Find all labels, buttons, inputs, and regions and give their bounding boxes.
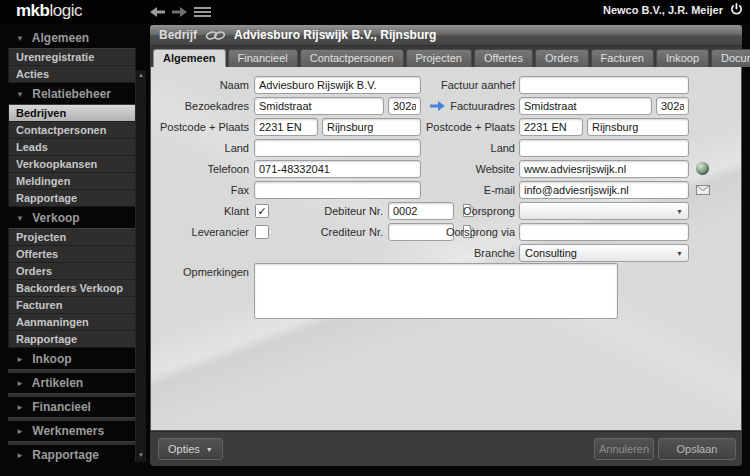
sidebar-item-backorders-verkoop[interactable]: Backorders Verkoop xyxy=(9,279,135,296)
topbar-nav-icons xyxy=(150,5,211,19)
tab-offertes[interactable]: Offertes xyxy=(474,49,533,67)
sidebar-item-verkoopkansen[interactable]: Verkoopkansen xyxy=(9,155,135,172)
power-logout-icon[interactable] xyxy=(730,3,743,16)
form-row-adres: Bezoekadres Factuuradres xyxy=(151,97,741,115)
sidebar-section-inkoop[interactable]: ► Inkoop xyxy=(16,351,146,367)
sidebar-item-rapportage-relatiebeheer[interactable]: Rapportage xyxy=(9,189,135,206)
sidebar-section-verkoop[interactable]: ▼ Verkoop xyxy=(16,210,146,226)
opties-button[interactable]: Opties ▼ xyxy=(158,438,223,460)
naam-label: Naam xyxy=(153,79,249,91)
menu-hamburger-icon[interactable] xyxy=(194,5,211,19)
factuuradres-nummer-input[interactable] xyxy=(656,97,689,115)
land-input[interactable] xyxy=(254,139,421,157)
tab-financieel[interactable]: Financieel xyxy=(228,49,298,67)
form-row-opmerkingen: Opmerkingen xyxy=(151,263,741,319)
factuur-land-input[interactable] xyxy=(519,139,689,157)
collapsed-triangle-icon: ► xyxy=(16,427,24,436)
dropdown-arrow-icon: ▼ xyxy=(206,446,213,453)
email-input[interactable] xyxy=(519,181,689,199)
leverancier-checkbox[interactable] xyxy=(255,225,269,239)
tab-contactpersonen[interactable]: Contactpersonen xyxy=(300,49,404,67)
plaats-input[interactable] xyxy=(322,118,421,136)
expanded-triangle-icon: ▼ xyxy=(16,214,24,223)
opmerkingen-label: Opmerkingen xyxy=(153,266,249,278)
collapsed-group-bar xyxy=(8,369,136,373)
sidebar-section-financieel[interactable]: ► Financieel xyxy=(16,399,146,415)
telefoon-input[interactable] xyxy=(254,160,421,178)
tab-facturen[interactable]: Facturen xyxy=(591,49,654,67)
bezoekadres-straat-input[interactable] xyxy=(254,97,384,115)
current-user-label: Newco B.V., J.R. Meijer xyxy=(603,4,723,16)
scroll-up-icon[interactable]: ▲ xyxy=(137,72,145,78)
postcode-input[interactable] xyxy=(254,118,318,136)
logo-bold-part: mkb xyxy=(16,1,49,20)
sidebar-group-relatiebeheer: Bedrijven Contactpersonen Leads Verkoopk… xyxy=(8,104,136,207)
annuleren-button[interactable]: Annuleren xyxy=(594,438,654,460)
website-label: Website xyxy=(419,163,515,175)
bezoekadres-nummer-input[interactable] xyxy=(388,97,421,115)
form-row-postcode: Postcode + Plaats Postcode + Plaats xyxy=(151,118,741,136)
factuur-postcode-input[interactable] xyxy=(519,118,583,136)
tab-algemeen[interactable]: Algemeen xyxy=(153,49,226,67)
sidebar-item-rapportage-verkoop[interactable]: Rapportage xyxy=(9,330,135,347)
sidebar-scrollbar[interactable]: ▲ ▼ xyxy=(135,70,146,462)
fax-input[interactable] xyxy=(254,181,421,199)
tab-inkoop[interactable]: Inkoop xyxy=(656,49,709,67)
opslaan-button[interactable]: Opslaan xyxy=(658,438,736,460)
tab-documenten[interactable]: Documenten xyxy=(711,49,750,67)
factuuradres-label: Factuuradres xyxy=(419,100,515,112)
sidebar-item-aanmaningen[interactable]: Aanmaningen xyxy=(9,313,135,330)
oorsprong-via-input[interactable] xyxy=(519,223,689,241)
factuuradres-straat-input[interactable] xyxy=(519,97,652,115)
sidebar-item-offertes[interactable]: Offertes xyxy=(9,245,135,262)
section-label: Financieel xyxy=(32,400,91,414)
factuur-plaats-input[interactable] xyxy=(587,118,689,136)
form-row-telefoon-website: Telefoon Website xyxy=(151,160,741,178)
sidebar-item-urenregistratie[interactable]: Urenregistratie xyxy=(9,49,135,65)
sidebar-item-bedrijven[interactable]: Bedrijven xyxy=(9,105,135,121)
sidebar-section-werknemers[interactable]: ► Werknemers xyxy=(16,423,146,439)
sidebar-section-rapportage[interactable]: ► Rapportage xyxy=(16,447,146,462)
globe-icon[interactable] xyxy=(696,162,709,175)
section-label: Algemeen xyxy=(32,31,89,45)
topbar: mkblogic Newco B.V., J.R. Meijer xyxy=(0,0,750,24)
factuur-land-label: Land xyxy=(419,142,515,154)
sidebar-item-orders[interactable]: Orders xyxy=(9,262,135,279)
expanded-triangle-icon: ▼ xyxy=(16,90,24,99)
factuur-postcode-plaats-label: Postcode + Plaats xyxy=(419,121,515,133)
debiteur-nr-label: Debiteur Nr. xyxy=(271,205,383,217)
page-title: Adviesburo Rijswijk B.V., Rijnsburg xyxy=(234,28,436,42)
link-chain-icon xyxy=(205,30,226,41)
sidebar-item-facturen[interactable]: Facturen xyxy=(9,296,135,313)
sidebar-item-leads[interactable]: Leads xyxy=(9,138,135,155)
scroll-down-icon[interactable]: ▼ xyxy=(137,452,145,458)
collapsed-triangle-icon: ► xyxy=(16,451,24,460)
sidebar-item-acties[interactable]: Acties xyxy=(9,65,135,82)
sidebar-group-verkoop: Projecten Offertes Orders Backorders Ver… xyxy=(8,228,136,348)
sidebar-section-relatiebeheer[interactable]: ▼ Relatiebeheer xyxy=(16,86,146,102)
factuur-aanhef-input[interactable] xyxy=(519,76,689,94)
opmerkingen-textarea[interactable] xyxy=(254,263,618,319)
sidebar-item-projecten[interactable]: Projecten xyxy=(9,229,135,245)
back-arrow-icon[interactable] xyxy=(150,7,165,17)
branche-dropdown[interactable]: Consulting ▼ xyxy=(519,244,689,262)
sidebar-navigation: ▼ Algemeen Urenregistratie Acties ▼ Rela… xyxy=(6,28,146,462)
form-row-klant-oorsprong: Klant ✓ Debiteur Nr. Oorsprong ▼ xyxy=(151,202,741,220)
sidebar-section-artikelen[interactable]: ► Artikelen xyxy=(16,375,146,391)
mkblogic-logo: mkblogic xyxy=(16,1,82,21)
fax-label: Fax xyxy=(153,184,249,196)
forward-arrow-icon[interactable] xyxy=(172,7,187,17)
naam-input[interactable] xyxy=(254,76,421,94)
envelope-icon[interactable] xyxy=(696,185,710,195)
oorsprong-dropdown[interactable]: ▼ xyxy=(519,202,689,220)
action-footer: Opties ▼ Annuleren Opslaan xyxy=(150,431,742,466)
klant-checkbox[interactable]: ✓ xyxy=(255,204,269,218)
sidebar-item-contactpersonen[interactable]: Contactpersonen xyxy=(9,121,135,138)
tab-projecten[interactable]: Projecten xyxy=(406,49,472,67)
sidebar-item-meldingen[interactable]: Meldingen xyxy=(9,172,135,189)
collapsed-triangle-icon: ► xyxy=(16,355,24,364)
tab-orders[interactable]: Orders xyxy=(535,49,589,67)
sidebar-section-algemeen[interactable]: ▼ Algemeen xyxy=(16,30,146,46)
website-input[interactable] xyxy=(519,160,689,178)
section-label: Artikelen xyxy=(32,376,83,390)
